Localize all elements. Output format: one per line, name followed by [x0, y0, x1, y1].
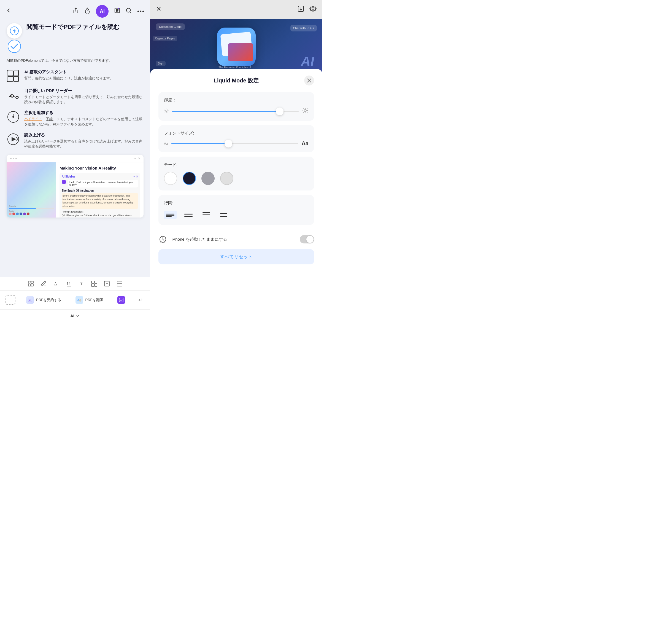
- pen-tool-icon[interactable]: [40, 280, 47, 288]
- app-check-logo: [8, 40, 21, 53]
- svg-rect-22: [28, 284, 31, 286]
- brightness-slider[interactable]: [172, 111, 299, 112]
- brightness-label: 輝度：: [164, 98, 308, 103]
- svg-line-4: [130, 12, 131, 13]
- svg-point-14: [16, 97, 18, 99]
- mode-black-button[interactable]: [183, 172, 196, 185]
- text-icon[interactable]: T: [78, 280, 85, 288]
- svg-point-57: [304, 110, 306, 112]
- toggle-knob: [306, 236, 313, 243]
- preview-card: ··· ✕ Opacity Border: [7, 155, 144, 217]
- task-button[interactable]: [114, 294, 129, 306]
- mode-gray-button[interactable]: [201, 172, 215, 185]
- share-icon[interactable]: [73, 7, 79, 15]
- annotate-icon[interactable]: ✓: [114, 7, 120, 15]
- more-icon[interactable]: •••: [137, 8, 145, 15]
- svg-line-65: [303, 112, 303, 113]
- left-header: AI ✓ •••: [0, 0, 150, 20]
- ai-assistant-icon: [7, 69, 20, 83]
- mode-options: [164, 172, 308, 185]
- import-icon[interactable]: [297, 5, 305, 14]
- font-size-section: フォントサイズ: Aa Aa: [159, 125, 314, 152]
- reset-button-text: すべてリセット: [220, 254, 253, 260]
- app-banner: Document Cloud Organize Pages Sign Chat …: [150, 19, 322, 74]
- modal-close-button[interactable]: [304, 75, 314, 86]
- select-tool-icon[interactable]: [27, 280, 35, 288]
- svg-rect-29: [91, 281, 94, 283]
- line-height-relaxed[interactable]: [200, 210, 212, 219]
- svg-text:T: T: [80, 282, 83, 286]
- svg-rect-23: [31, 284, 33, 286]
- search-icon[interactable]: [126, 7, 132, 15]
- bottom-toolbar: A U T: [0, 277, 150, 290]
- water-drop-icon[interactable]: [84, 7, 90, 15]
- modal-title: Liquid Mode 設定: [168, 77, 304, 85]
- upload-icon-circle: [7, 23, 22, 39]
- svg-line-55: [168, 109, 168, 110]
- dot3: [15, 158, 17, 159]
- underline-icon[interactable]: U: [65, 280, 73, 288]
- svg-line-63: [307, 112, 307, 113]
- line-height-loose[interactable]: [218, 211, 229, 219]
- svg-rect-40: [119, 298, 123, 302]
- font-size-slider-container: Aa Aa: [164, 140, 308, 147]
- ai-sidebar-preview: AI Sidebar ··· ✕ Hello, I'm Lumi, your A…: [59, 173, 140, 217]
- svg-line-56: [165, 112, 165, 113]
- settings-icon[interactable]: [309, 5, 317, 14]
- tts-icon: [7, 133, 20, 146]
- text-style-icon[interactable]: A: [52, 280, 60, 288]
- left-content: 閲覧モードでPDFファイルを読む AI搭載のPDFelementでは、今までにな…: [0, 20, 150, 277]
- mode-light-button[interactable]: [220, 172, 233, 185]
- svg-text:U: U: [67, 282, 70, 286]
- translate-button[interactable]: A あ PDFを翻訳: [72, 294, 106, 306]
- modal-sheet: Liquid Mode 設定 輝度：: [150, 69, 322, 322]
- undo-button[interactable]: ↩: [136, 296, 145, 304]
- font-size-slider[interactable]: [171, 143, 298, 144]
- line-height-compact[interactable]: [164, 211, 177, 219]
- feature-annotation-text: 注釈を追加する ハイライト、下線、メモ、テキストコメントなどのツールを使用して注…: [24, 110, 144, 127]
- svg-rect-32: [94, 284, 97, 287]
- svg-rect-20: [28, 281, 31, 283]
- close-button[interactable]: [156, 6, 162, 13]
- feature-annotation: 注釈を追加する ハイライト、下線、メモ、テキストコメントなどのツールを使用して注…: [7, 110, 144, 127]
- keep-awake-icon: [159, 235, 167, 244]
- feature-tts-text: 読み上げる 読み上げたいページを選択すると音声をつけて読み上げます。好みの音声や…: [24, 133, 144, 149]
- svg-rect-9: [13, 71, 18, 76]
- keep-awake-toggle[interactable]: [300, 235, 314, 244]
- line-height-normal[interactable]: [182, 211, 195, 219]
- bottom-actions: PDFを要約する A あ PDFを翻訳 ↩: [0, 290, 150, 309]
- summary-button[interactable]: PDFを要約する: [23, 294, 64, 306]
- ai-mode-button[interactable]: AI: [66, 312, 84, 320]
- feature-eye-text: 目に優しい PDF リーダー ライトモードとダークモードを簡単に切り替えて、好み…: [24, 88, 144, 105]
- ai-chat-bubble: Hello, I'm Lumi, your AI assistant. How …: [62, 180, 138, 187]
- svg-rect-31: [91, 284, 94, 287]
- font-size-label: フォントサイズ:: [164, 131, 308, 136]
- svg-line-62: [303, 108, 303, 109]
- feature-ai-text: AI 搭載のアシスタント 質問、要約などAI機能により、読書が快適になります。: [24, 69, 114, 81]
- svg-text:✓: ✓: [119, 8, 120, 10]
- back-button[interactable]: [6, 7, 12, 15]
- svg-point-48: [166, 110, 167, 112]
- split-icon[interactable]: [116, 280, 124, 288]
- preview-image: Opacity Border: [7, 162, 56, 217]
- svg-point-45: [312, 8, 314, 10]
- font-size-thumb[interactable]: [225, 140, 232, 148]
- grid-add-icon[interactable]: [90, 280, 98, 288]
- preview-card-content: Opacity Border: [7, 162, 144, 217]
- minus-icon[interactable]: [103, 280, 111, 288]
- ai-badge[interactable]: AI: [96, 5, 109, 18]
- mode-label: モード:: [164, 162, 308, 167]
- svg-marker-19: [12, 137, 16, 141]
- reset-button[interactable]: すべてリセット: [159, 249, 314, 265]
- mode-white-button[interactable]: [164, 172, 177, 185]
- keep-awake-text: iPhone を起動したままにする: [172, 237, 295, 242]
- preview-card-header: ··· ✕: [7, 155, 144, 162]
- line-height-section: 行間:: [159, 195, 314, 225]
- header-icons: AI ✓ •••: [73, 5, 145, 18]
- svg-text:A: A: [54, 282, 57, 286]
- translate-icon: A あ: [75, 296, 83, 304]
- font-size-max-label: Aa: [301, 140, 308, 147]
- brightness-thumb[interactable]: [276, 108, 283, 115]
- app-icon-large: [217, 28, 256, 66]
- svg-rect-21: [31, 281, 33, 283]
